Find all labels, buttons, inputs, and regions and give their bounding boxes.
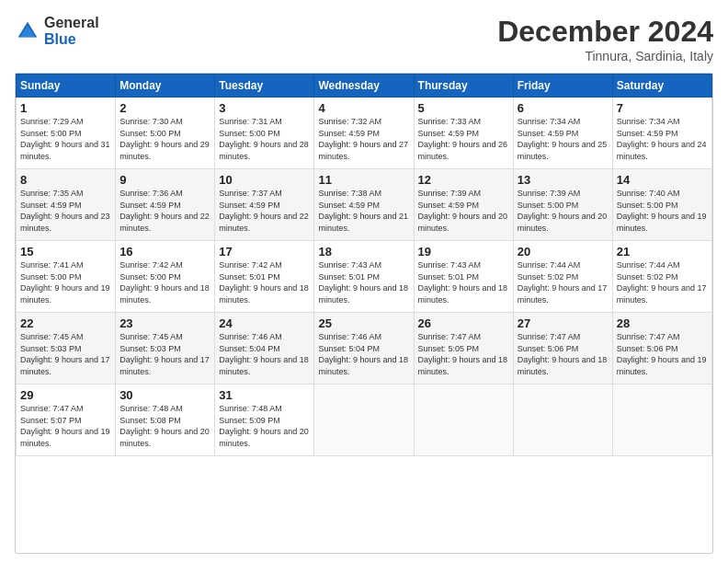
calendar-week: 29Sunrise: 7:47 AMSunset: 5:07 PMDayligh… [17, 385, 712, 456]
day-number: 13 [518, 173, 609, 187]
day-info: Sunrise: 7:31 AMSunset: 5:00 PMDaylight:… [219, 116, 310, 162]
calendar-cell: 2Sunrise: 7:30 AMSunset: 5:00 PMDaylight… [116, 98, 215, 169]
day-number: 25 [318, 316, 409, 330]
header: General Blue December 2024 Tinnura, Sard… [15, 15, 713, 63]
calendar-cell: 10Sunrise: 7:37 AMSunset: 4:59 PMDayligh… [215, 169, 314, 241]
header-day: Monday [116, 75, 215, 98]
day-info: Sunrise: 7:47 AMSunset: 5:06 PMDaylight:… [617, 331, 708, 377]
day-number: 31 [219, 388, 310, 402]
calendar-week: 22Sunrise: 7:45 AMSunset: 5:03 PMDayligh… [17, 313, 712, 385]
day-number: 7 [617, 101, 708, 115]
day-number: 5 [418, 101, 509, 115]
day-info: Sunrise: 7:38 AMSunset: 4:59 PMDaylight:… [318, 188, 409, 234]
day-info: Sunrise: 7:45 AMSunset: 5:03 PMDaylight:… [20, 331, 111, 377]
day-number: 14 [617, 173, 708, 187]
header-day: Friday [513, 75, 612, 98]
day-number: 11 [318, 173, 409, 187]
calendar-cell: 22Sunrise: 7:45 AMSunset: 5:03 PMDayligh… [17, 313, 116, 385]
calendar-cell: 13Sunrise: 7:39 AMSunset: 5:00 PMDayligh… [513, 169, 612, 241]
calendar-cell: 16Sunrise: 7:42 AMSunset: 5:00 PMDayligh… [116, 241, 215, 313]
day-info: Sunrise: 7:47 AMSunset: 5:05 PMDaylight:… [418, 331, 509, 377]
calendar-cell: 6Sunrise: 7:34 AMSunset: 4:59 PMDaylight… [513, 98, 612, 169]
day-info: Sunrise: 7:48 AMSunset: 5:08 PMDaylight:… [119, 403, 210, 449]
day-info: Sunrise: 7:44 AMSunset: 5:02 PMDaylight:… [617, 259, 708, 305]
calendar-cell [314, 385, 414, 456]
header-day: Wednesday [314, 75, 414, 98]
day-number: 27 [518, 316, 609, 330]
day-info: Sunrise: 7:29 AMSunset: 5:00 PMDaylight:… [20, 116, 111, 162]
calendar-cell: 9Sunrise: 7:36 AMSunset: 4:59 PMDaylight… [116, 169, 215, 241]
day-number: 21 [617, 245, 708, 259]
calendar-cell: 25Sunrise: 7:46 AMSunset: 5:04 PMDayligh… [314, 313, 414, 385]
day-info: Sunrise: 7:45 AMSunset: 5:03 PMDaylight:… [119, 331, 210, 377]
calendar-cell: 7Sunrise: 7:34 AMSunset: 4:59 PMDaylight… [612, 98, 711, 169]
calendar-cell: 19Sunrise: 7:43 AMSunset: 5:01 PMDayligh… [414, 241, 513, 313]
day-info: Sunrise: 7:47 AMSunset: 5:07 PMDaylight:… [20, 403, 111, 449]
logo-blue: Blue [44, 31, 99, 48]
calendar-week: 8Sunrise: 7:35 AMSunset: 4:59 PMDaylight… [17, 169, 712, 241]
day-info: Sunrise: 7:47 AMSunset: 5:06 PMDaylight:… [518, 331, 609, 377]
day-info: Sunrise: 7:42 AMSunset: 5:00 PMDaylight:… [119, 259, 210, 305]
calendar-cell: 11Sunrise: 7:38 AMSunset: 4:59 PMDayligh… [314, 169, 414, 241]
calendar-cell: 20Sunrise: 7:44 AMSunset: 5:02 PMDayligh… [513, 241, 612, 313]
logo-general: General [44, 15, 99, 31]
day-info: Sunrise: 7:36 AMSunset: 4:59 PMDaylight:… [119, 188, 210, 234]
calendar-cell [414, 385, 513, 456]
day-info: Sunrise: 7:30 AMSunset: 5:00 PMDaylight:… [119, 116, 210, 162]
calendar-cell: 3Sunrise: 7:31 AMSunset: 5:00 PMDaylight… [215, 98, 314, 169]
calendar-table: SundayMondayTuesdayWednesdayThursdayFrid… [16, 74, 712, 456]
header-day: Thursday [414, 75, 513, 98]
header-day: Sunday [17, 75, 116, 98]
day-info: Sunrise: 7:41 AMSunset: 5:00 PMDaylight:… [20, 259, 111, 305]
day-number: 23 [119, 316, 210, 330]
calendar-cell: 23Sunrise: 7:45 AMSunset: 5:03 PMDayligh… [116, 313, 215, 385]
calendar-cell: 27Sunrise: 7:47 AMSunset: 5:06 PMDayligh… [513, 313, 612, 385]
day-number: 29 [20, 388, 111, 402]
logo-icon [15, 18, 40, 44]
calendar-cell: 17Sunrise: 7:42 AMSunset: 5:01 PMDayligh… [215, 241, 314, 313]
calendar-cell: 4Sunrise: 7:32 AMSunset: 4:59 PMDaylight… [314, 98, 414, 169]
header-day: Saturday [612, 75, 711, 98]
calendar: SundayMondayTuesdayWednesdayThursdayFrid… [15, 73, 713, 554]
calendar-week: 15Sunrise: 7:41 AMSunset: 5:00 PMDayligh… [17, 241, 712, 313]
calendar-cell: 31Sunrise: 7:48 AMSunset: 5:09 PMDayligh… [215, 385, 314, 456]
day-number: 6 [518, 101, 609, 115]
calendar-cell [513, 385, 612, 456]
day-info: Sunrise: 7:40 AMSunset: 5:00 PMDaylight:… [617, 188, 708, 234]
day-number: 1 [20, 101, 111, 115]
calendar-cell: 21Sunrise: 7:44 AMSunset: 5:02 PMDayligh… [612, 241, 711, 313]
day-number: 4 [318, 101, 409, 115]
calendar-cell: 28Sunrise: 7:47 AMSunset: 5:06 PMDayligh… [612, 313, 711, 385]
day-number: 15 [20, 245, 111, 259]
day-info: Sunrise: 7:37 AMSunset: 4:59 PMDaylight:… [219, 188, 310, 234]
location: Tinnura, Sardinia, Italy [497, 49, 713, 63]
calendar-cell: 8Sunrise: 7:35 AMSunset: 4:59 PMDaylight… [17, 169, 116, 241]
header-day: Tuesday [215, 75, 314, 98]
logo-text: General Blue [44, 15, 99, 47]
day-info: Sunrise: 7:46 AMSunset: 5:04 PMDaylight:… [219, 331, 310, 377]
header-row: SundayMondayTuesdayWednesdayThursdayFrid… [17, 75, 712, 98]
day-info: Sunrise: 7:42 AMSunset: 5:01 PMDaylight:… [219, 259, 310, 305]
day-number: 26 [418, 316, 509, 330]
day-number: 2 [119, 101, 210, 115]
day-number: 12 [418, 173, 509, 187]
day-number: 3 [219, 101, 310, 115]
day-number: 9 [119, 173, 210, 187]
day-info: Sunrise: 7:46 AMSunset: 5:04 PMDaylight:… [318, 331, 409, 377]
day-number: 16 [119, 245, 210, 259]
day-number: 10 [219, 173, 310, 187]
day-info: Sunrise: 7:39 AMSunset: 4:59 PMDaylight:… [418, 188, 509, 234]
calendar-cell: 24Sunrise: 7:46 AMSunset: 5:04 PMDayligh… [215, 313, 314, 385]
day-number: 8 [20, 173, 111, 187]
calendar-week: 1Sunrise: 7:29 AMSunset: 5:00 PMDaylight… [17, 98, 712, 169]
day-number: 22 [20, 316, 111, 330]
day-info: Sunrise: 7:39 AMSunset: 5:00 PMDaylight:… [518, 188, 609, 234]
day-info: Sunrise: 7:44 AMSunset: 5:02 PMDaylight:… [518, 259, 609, 305]
month-title: December 2024 [497, 15, 713, 49]
logo: General Blue [15, 15, 99, 47]
day-number: 20 [518, 245, 609, 259]
calendar-cell: 18Sunrise: 7:43 AMSunset: 5:01 PMDayligh… [314, 241, 414, 313]
page: General Blue December 2024 Tinnura, Sard… [0, 0, 728, 563]
day-info: Sunrise: 7:43 AMSunset: 5:01 PMDaylight:… [318, 259, 409, 305]
day-info: Sunrise: 7:34 AMSunset: 4:59 PMDaylight:… [518, 116, 609, 162]
